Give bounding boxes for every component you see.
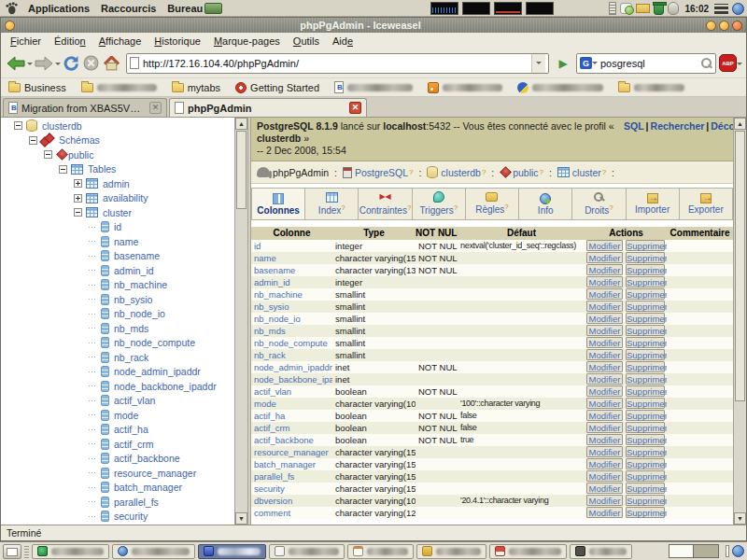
delete-button[interactable]: Supprimer [626,483,665,494]
tree-expander-icon[interactable] [89,256,97,257]
modify-button[interactable]: Modifier [586,361,623,372]
taskbar-button[interactable] [570,544,632,559]
tree-item[interactable]: node_backbone_ipaddr [1,379,234,394]
tree-item[interactable]: id [1,220,234,235]
menu-item[interactable]: Outils [288,35,325,48]
modify-button[interactable]: Modifier [586,276,623,287]
browser-tab[interactable]: Migration from XBAS5V1.2 to XBAS5V3...✕ [3,98,167,117]
taskbar-handle[interactable] [24,545,29,558]
modify-button[interactable]: Modifier [586,349,623,360]
help-link[interactable]: ? [504,203,508,211]
tree-item[interactable]: admin [1,176,234,191]
url-history-dropdown[interactable] [531,54,545,73]
modify-button[interactable]: Modifier [586,385,623,397]
column-name-link[interactable]: nb_sysio [254,301,289,312]
column-name-link[interactable]: nb_mds [254,326,286,336]
help-link[interactable]: ? [482,168,486,176]
object-tab[interactable]: Triggers? [413,189,466,219]
bookmark-item[interactable] [618,83,684,92]
modify-button[interactable]: Modifier [586,325,623,336]
delete-button[interactable]: Supprimer [626,410,665,421]
object-tab[interactable]: Règles? [466,189,519,219]
tree-item[interactable]: mode [1,408,234,423]
modify-button[interactable]: Modifier [586,337,623,348]
delete-button[interactable]: Supprimer [626,264,665,275]
modify-button[interactable]: Modifier [586,301,623,312]
tree-item[interactable]: actif_vlan [1,394,234,409]
object-tab[interactable]: Colonnes [251,189,305,219]
delete-button[interactable]: Supprimer [626,458,665,469]
sql-link[interactable]: SQL [624,120,644,132]
column-name-link[interactable]: id [254,241,261,251]
window-menu-button[interactable] [5,21,15,31]
tree-item[interactable]: public [1,147,234,162]
taskbar-button[interactable] [112,544,195,559]
modify-button[interactable]: Modifier [586,422,623,433]
menu-item[interactable]: Historique [148,35,206,48]
bookmark-item[interactable] [428,82,502,93]
object-tab[interactable]: Droits? [572,189,626,219]
tree-item[interactable]: nb_machine [1,278,234,293]
stop-button[interactable] [81,51,101,76]
modify-button[interactable]: Modifier [586,264,623,275]
workspace-switcher[interactable] [669,544,719,558]
taskbar-button[interactable] [489,544,567,559]
tree-item[interactable]: actif_backbone [1,452,234,467]
workspace-2[interactable] [694,545,718,557]
bookmark-item[interactable] [81,83,157,92]
column-name-link[interactable]: batch_manager [254,459,316,469]
tree-expander-icon[interactable] [89,299,97,300]
column-name-link[interactable]: actif_vlan [254,386,291,397]
url-bar[interactable] [126,53,549,74]
tree-expander-icon[interactable] [89,328,97,329]
delete-button[interactable]: Supprimer [626,470,665,482]
taskbar-button[interactable] [198,544,266,559]
minimize-button[interactable] [706,21,716,31]
tree-expander-icon[interactable] [89,285,97,286]
bookmark-item[interactable] [517,82,603,93]
column-name-link[interactable]: actif_crm [254,423,290,433]
modify-button[interactable]: Modifier [586,507,623,518]
tree-expander-icon[interactable] [74,208,82,217]
tree-item[interactable]: resource_manager [1,466,234,481]
tree-expander-icon[interactable] [74,179,82,188]
column-name-link[interactable]: nb_node_io [254,314,301,324]
tab-close-icon[interactable]: ✕ [349,102,361,114]
delete-button[interactable]: Supprimer [626,422,665,433]
home-button[interactable] [101,51,122,76]
column-name-link[interactable]: dbversion [254,496,292,506]
menu-item[interactable]: Aide [327,35,359,48]
taskbar-button[interactable] [32,544,109,559]
delete-button[interactable]: Supprimer [626,240,665,251]
menu-item[interactable]: Édition [49,35,92,48]
tree-item[interactable]: nb_rack [1,350,234,365]
tree-item[interactable]: availability [1,191,234,206]
delete-button[interactable]: Supprimer [626,349,665,360]
tree-item[interactable]: actif_crm [1,437,234,452]
modify-button[interactable]: Modifier [586,470,623,482]
delete-button[interactable]: Supprimer [626,325,665,336]
modify-button[interactable]: Modifier [586,483,623,494]
tree-expander-icon[interactable] [89,227,97,228]
tree-expander-icon[interactable] [14,121,22,130]
column-name-link[interactable]: parallel_fs [254,471,294,482]
tree-expander-icon[interactable] [89,516,97,517]
help-link[interactable]: ? [341,203,345,212]
object-tab[interactable]: Importer [627,189,680,219]
workspace-1[interactable] [669,545,694,557]
search-engine-dropdown[interactable] [592,62,598,67]
scrollbar-thumb[interactable] [735,131,745,401]
help-link[interactable]: ? [409,168,413,176]
clock[interactable]: 16:02 [683,4,711,14]
show-desktop-button[interactable] [3,544,21,559]
column-name-link[interactable]: name [254,253,276,263]
taskbar-button[interactable] [269,544,345,559]
modify-button[interactable]: Modifier [586,458,623,469]
tree-item[interactable]: nb_sysio [1,292,234,307]
modify-button[interactable]: Modifier [586,313,623,324]
forward-button[interactable] [33,51,55,76]
delete-button[interactable]: Supprimer [626,313,665,324]
modify-button[interactable]: Modifier [586,252,623,263]
delete-button[interactable]: Supprimer [626,385,665,397]
tree-item[interactable]: clusterdb [1,119,234,133]
